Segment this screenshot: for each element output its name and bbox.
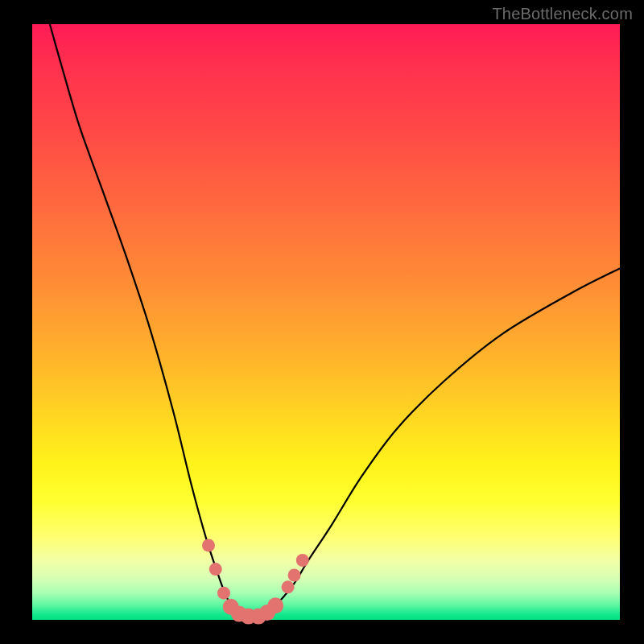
bottleneck-curve-svg (32, 24, 620, 620)
chart-frame: TheBottleneck.com (0, 0, 644, 644)
curve-marker (282, 580, 295, 593)
curve-marker (288, 569, 301, 582)
plot-area (32, 24, 620, 620)
bottleneck-curve (50, 24, 620, 617)
marker-group (202, 539, 309, 625)
curve-marker (267, 597, 283, 613)
curve-marker (296, 554, 309, 567)
curve-marker (209, 563, 222, 576)
watermark-text: TheBottleneck.com (492, 5, 633, 23)
curve-marker (217, 587, 230, 600)
curve-marker (202, 539, 215, 552)
